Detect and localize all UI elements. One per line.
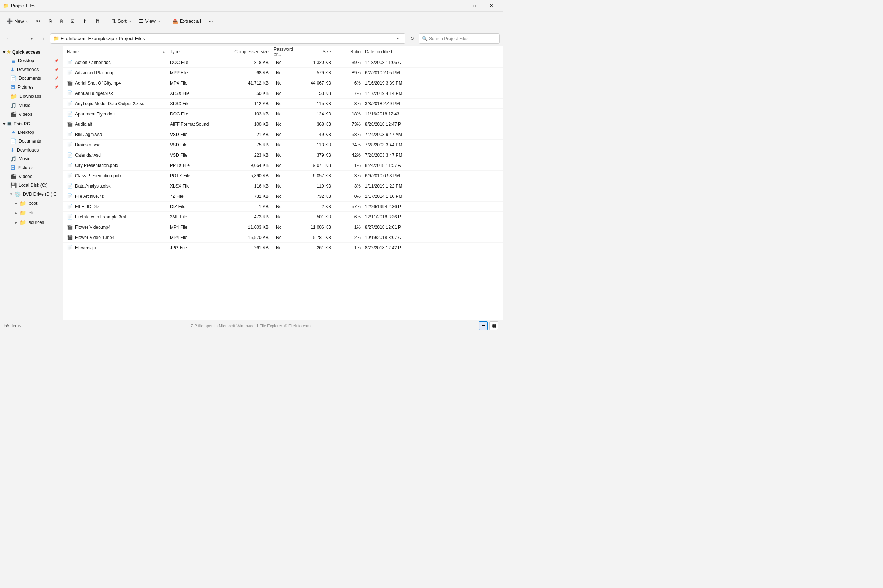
address-path[interactable]: 📁 FileInfo.com Example.zip › Project Fil…	[50, 33, 405, 44]
sidebar-item-videos-quick[interactable]: 🎬 Videos	[2, 110, 62, 119]
table-row[interactable]: 🎬 Audio.aif AIFF Format Sound 100 KB No …	[63, 119, 503, 129]
cell-compressed: 5,890 KB	[227, 173, 271, 178]
table-row[interactable]: 📄 File Archive.7z 7Z File 732 KB No 732 …	[63, 191, 503, 201]
table-row[interactable]: 📄 FILE_ID.DIZ DIZ File 1 KB No 2 KB 57% …	[63, 201, 503, 212]
path-dropdown-icon[interactable]: ▾	[393, 34, 402, 43]
sidebar-item-music-quick[interactable]: 🎵 Music	[2, 101, 62, 110]
sidebar-item-pictures-quick[interactable]: 🖼 Pictures 📌	[2, 83, 62, 92]
sidebar-label: Music	[19, 103, 30, 108]
sidebar-item-documents-quick[interactable]: 📄 Documents 📌	[2, 74, 62, 83]
sidebar-item-videos-pc[interactable]: 🎬 Videos	[2, 172, 62, 181]
col-compressed-header[interactable]: Compressed size	[227, 46, 271, 57]
share-button[interactable]: ⬆	[79, 15, 90, 28]
cell-type: DOC File	[168, 60, 227, 65]
sidebar-item-downloads-quick[interactable]: ⬇ Downloads 📌	[2, 65, 62, 74]
paste-button[interactable]: ⎗	[56, 15, 66, 28]
cell-size: 1,320 KB	[300, 60, 333, 65]
sidebar-item-efi[interactable]: ▶ 📁 efi	[2, 208, 62, 218]
table-row[interactable]: 📄 ActionPlanner.doc DOC File 818 KB No 1…	[63, 57, 503, 68]
col-date-header[interactable]: Date modified	[363, 46, 501, 57]
table-row[interactable]: 📄 Annual Budget.xlsx XLSX File 50 KB No …	[63, 88, 503, 99]
col-type-header[interactable]: Type	[168, 46, 227, 57]
sidebar-item-dvd-drive[interactable]: ▾ 💿 DVD Drive (D:) C	[2, 190, 62, 199]
sidebar-item-sources[interactable]: ▶ 📁 sources	[2, 218, 62, 227]
sidebar-item-desktop-quick[interactable]: 🖥 Desktop 📌	[2, 56, 62, 65]
table-row[interactable]: 📄 Data Analysis.xlsx XLSX File 116 KB No…	[63, 181, 503, 191]
sidebar-item-pictures-pc[interactable]: 🖼 Pictures	[2, 163, 62, 172]
up-button[interactable]: ↑	[38, 33, 48, 44]
cell-password: No	[271, 142, 300, 147]
list-view-button[interactable]: ☰	[479, 321, 488, 330]
cell-type: MP4 File	[168, 81, 227, 86]
table-row[interactable]: 📄 Flowers.jpg JPG File 261 KB No 261 KB …	[63, 243, 503, 253]
delete-button[interactable]: 🗑	[91, 15, 104, 28]
copy-icon: ⎘	[48, 18, 51, 24]
close-button[interactable]: ✕	[483, 0, 500, 12]
new-button[interactable]: ➕ New ⌵	[3, 15, 32, 28]
path-folder-icon: 📁	[53, 36, 59, 41]
cell-date: 7/28/2003 3:44 PM	[363, 142, 501, 147]
maximize-button[interactable]: □	[466, 0, 483, 12]
sidebar-item-downloads-folder[interactable]: 📁 Downloads	[2, 92, 62, 101]
recent-button[interactable]: ▾	[27, 33, 37, 44]
table-row[interactable]: 📄 AnyLogic Model Data Output 2.xlsx XLSX…	[63, 99, 503, 109]
cell-ratio: 6%	[333, 81, 363, 86]
search-box[interactable]: 🔍 Search Project Files	[419, 33, 500, 44]
sort-icon: ⇅	[112, 18, 116, 24]
col-name-header[interactable]: Name ▲	[65, 46, 168, 57]
table-row[interactable]: 🎬 Flower Video-1.mp4 MP4 File 15,570 KB …	[63, 232, 503, 243]
file-name: Flower Video-1.mp4	[75, 235, 114, 240]
rename-button[interactable]: ⊡	[67, 15, 78, 28]
minimize-button[interactable]: −	[449, 0, 466, 12]
copy-button[interactable]: ⎘	[45, 15, 55, 28]
cell-date: 8/24/2018 11:57 A	[363, 163, 501, 168]
sort-indicator: ▲	[162, 50, 165, 54]
view-controls: ☰ ▦	[479, 321, 498, 330]
table-row[interactable]: 📄 BlkDiagm.vsd VSD File 21 KB No 49 KB 5…	[63, 129, 503, 140]
file-icon: 📄	[67, 132, 73, 137]
sort-button[interactable]: ⇅ Sort ▾	[108, 15, 135, 28]
cell-compressed: 116 KB	[227, 183, 271, 189]
cell-type: VSD File	[168, 142, 227, 147]
table-row[interactable]: 📄 Class Presentation.potx POTX File 5,89…	[63, 171, 503, 181]
cell-size: 9,071 KB	[300, 163, 333, 168]
sidebar-item-local-disk[interactable]: 💾 Local Disk (C:)	[2, 181, 62, 190]
table-row[interactable]: 📄 City Presentation.pptx PPTX File 9,064…	[63, 160, 503, 171]
cut-button[interactable]: ✂	[33, 15, 44, 28]
back-button[interactable]: ←	[3, 33, 13, 44]
col-ratio-header[interactable]: Ratio	[333, 46, 363, 57]
sidebar-label: efi	[29, 210, 33, 216]
sidebar-item-desktop-pc[interactable]: 🖥 Desktop	[2, 128, 62, 137]
sidebar-item-downloads-pc[interactable]: ⬇ Downloads	[2, 146, 62, 154]
this-pc-header[interactable]: ▾ 💻 This PC	[0, 120, 63, 128]
table-row[interactable]: 📄 Calendar.vsd VSD File 223 KB No 379 KB…	[63, 150, 503, 160]
cell-date: 12/26/1994 2:36 P	[363, 204, 501, 209]
col-password-header[interactable]: Password pr...	[271, 46, 300, 57]
table-row[interactable]: 📄 Brainstm.vsd VSD File 75 KB No 113 KB …	[63, 140, 503, 150]
sidebar-item-music-pc[interactable]: 🎵 Music	[2, 154, 62, 163]
table-row[interactable]: 🎬 Flower Video.mp4 MP4 File 11,003 KB No…	[63, 222, 503, 232]
documents-icon: 📄	[10, 138, 17, 144]
refresh-button[interactable]: ↻	[407, 33, 417, 44]
sidebar-item-boot[interactable]: ▶ 📁 boot	[2, 199, 62, 208]
view-button[interactable]: ☰ View ▾	[135, 15, 164, 28]
videos-icon: 🎬	[10, 111, 17, 117]
table-row[interactable]: 📄 Apartment Flyer.doc DOC File 103 KB No…	[63, 109, 503, 119]
table-row[interactable]: 📄 Advanced Plan.mpp MPP File 68 KB No 57…	[63, 68, 503, 78]
extract-button[interactable]: 📤 Extract all	[168, 15, 204, 28]
forward-button[interactable]: →	[15, 33, 25, 44]
sidebar-label: Desktop	[18, 58, 34, 63]
cell-name: 📄 FILE_ID.DIZ	[65, 204, 168, 209]
table-row[interactable]: 🎬 Aerial Shot Of City.mp4 MP4 File 41,71…	[63, 78, 503, 88]
col-size-header[interactable]: Size	[300, 46, 333, 57]
sidebar-label: sources	[29, 220, 44, 225]
sidebar-label: Downloads	[17, 147, 39, 153]
cell-compressed: 21 KB	[227, 132, 271, 137]
sidebar-item-documents-pc[interactable]: 📄 Documents	[2, 137, 62, 146]
more-button[interactable]: ···	[205, 15, 217, 28]
quick-access-header[interactable]: ▾ ★ Quick access	[0, 48, 63, 56]
grid-view-button[interactable]: ▦	[490, 321, 498, 330]
file-name: FILE_ID.DIZ	[75, 204, 100, 209]
cell-date: 8/22/2018 12:42 P	[363, 245, 501, 250]
table-row[interactable]: 📄 FileInfo.com Example.3mf 3MF File 473 …	[63, 212, 503, 222]
